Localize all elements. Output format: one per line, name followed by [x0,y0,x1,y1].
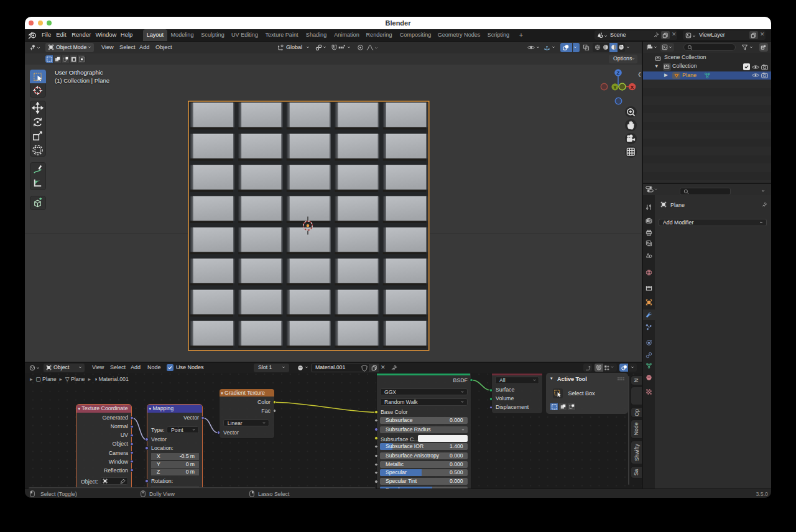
svg-text:Y: Y [613,85,617,90]
svg-text:X: X [631,85,634,90]
svg-text:Z: Z [617,70,620,76]
